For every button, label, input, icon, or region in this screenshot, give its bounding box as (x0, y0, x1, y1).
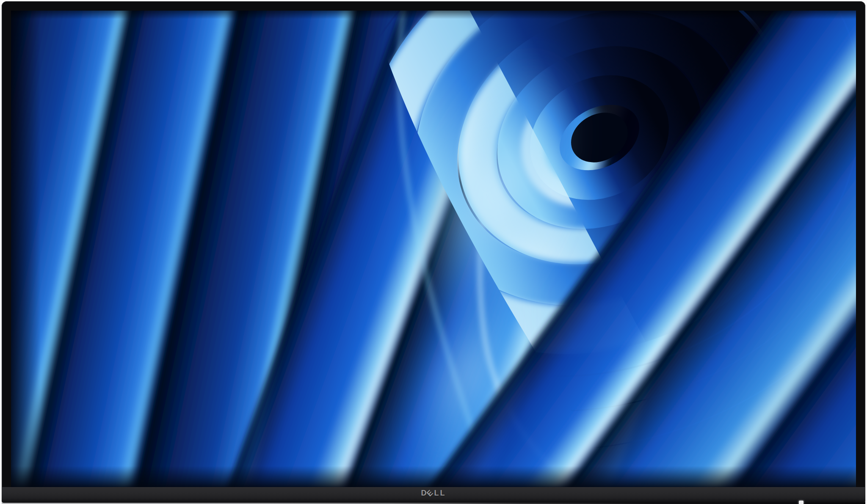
wallpaper-bottom-shadow (11, 466, 856, 487)
dell-logo-letter-l2: L (440, 489, 446, 498)
dell-logo: DELL (2, 489, 865, 498)
wallpaper-left-fade (11, 11, 41, 487)
bottom-bezel-chin: DELL (2, 487, 865, 503)
product-photo: DELL (0, 0, 867, 504)
power-led-icon (799, 501, 803, 504)
wallpaper-top-shadow (11, 11, 856, 19)
screen-panel (11, 11, 856, 487)
wallpaper-blue-bloom (11, 11, 856, 487)
monitor: DELL (2, 1, 865, 503)
